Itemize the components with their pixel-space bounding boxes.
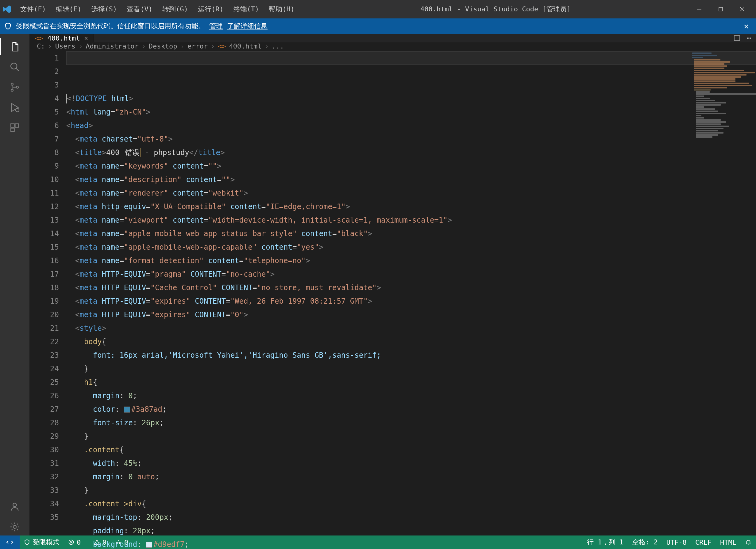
svg-point-7: [11, 89, 13, 91]
restricted-manage-link[interactable]: 管理: [209, 21, 223, 31]
html-file-icon: <>: [35, 34, 43, 42]
menu-view[interactable]: 查看(V): [122, 2, 157, 16]
menu-terminal[interactable]: 终端(T): [229, 2, 264, 16]
menu-file[interactable]: 文件(F): [15, 2, 51, 16]
svg-point-6: [11, 83, 13, 85]
menu-run[interactable]: 运行(R): [193, 2, 229, 16]
menu-go[interactable]: 转到(G): [157, 2, 193, 16]
split-editor-icon[interactable]: [733, 34, 741, 42]
svg-rect-1: [719, 7, 723, 11]
activity-explorer-icon[interactable]: [0, 38, 29, 55]
activity-extensions-icon[interactable]: [6, 119, 23, 136]
window-title: 400.html - Visual Studio Code [管理员]: [299, 5, 692, 14]
restricted-learn-link[interactable]: 了解详细信息: [227, 21, 268, 31]
activity-scm-icon[interactable]: [6, 79, 23, 96]
line-number-gutter: 1234567891011121314151617181920212223242…: [29, 50, 66, 549]
minimize-button[interactable]: [692, 3, 707, 15]
svg-rect-11: [15, 124, 18, 127]
activity-bar: [0, 34, 29, 535]
restricted-mode-bar: 受限模式旨在实现安全浏览代码。信任此窗口以启用所有功能。 管理 了解详细信息 ✕: [0, 18, 756, 34]
activity-search-icon[interactable]: [6, 58, 23, 75]
menu-edit[interactable]: 编辑(E): [51, 2, 87, 16]
svg-point-14: [13, 525, 16, 528]
title-bar: 文件(F) 编辑(E) 选择(S) 查看(V) 转到(G) 运行(R) 终端(T…: [0, 0, 756, 18]
tab-400-html[interactable]: <> 400.html ✕: [29, 34, 94, 42]
editor-tabs: <> 400.html ✕ ⋯: [29, 34, 756, 42]
tab-close-icon[interactable]: ✕: [84, 34, 88, 42]
activity-account-icon[interactable]: [6, 498, 23, 515]
breadcrumb[interactable]: C:›Users›Administrator›Desktop›error›<> …: [29, 42, 756, 50]
maximize-button[interactable]: [713, 3, 728, 15]
svg-rect-10: [11, 124, 14, 127]
tab-label: 400.html: [48, 34, 80, 42]
svg-point-4: [11, 63, 17, 69]
shield-icon: [4, 22, 12, 30]
svg-point-9: [16, 108, 19, 112]
remote-indicator[interactable]: [0, 535, 20, 549]
close-button[interactable]: [735, 3, 750, 15]
svg-point-8: [16, 86, 18, 88]
svg-rect-12: [11, 128, 14, 131]
activity-settings-icon[interactable]: [6, 518, 23, 535]
more-actions-icon[interactable]: ⋯: [747, 34, 751, 42]
menu-help[interactable]: 帮助(H): [264, 2, 299, 16]
svg-line-5: [16, 68, 19, 71]
code-editor[interactable]: <!DOCTYPE html><html lang="zh-CN"><head>…: [66, 50, 756, 549]
menu-select[interactable]: 选择(S): [87, 2, 122, 16]
menu-bar: 文件(F) 编辑(E) 选择(S) 查看(V) 转到(G) 运行(R) 终端(T…: [15, 2, 299, 16]
restricted-text: 受限模式旨在实现安全浏览代码。信任此窗口以启用所有功能。: [16, 21, 205, 31]
vscode-logo-icon: [2, 5, 12, 14]
infobar-close-icon[interactable]: ✕: [744, 21, 752, 31]
svg-point-13: [13, 503, 16, 507]
activity-debug-icon[interactable]: [6, 99, 23, 116]
